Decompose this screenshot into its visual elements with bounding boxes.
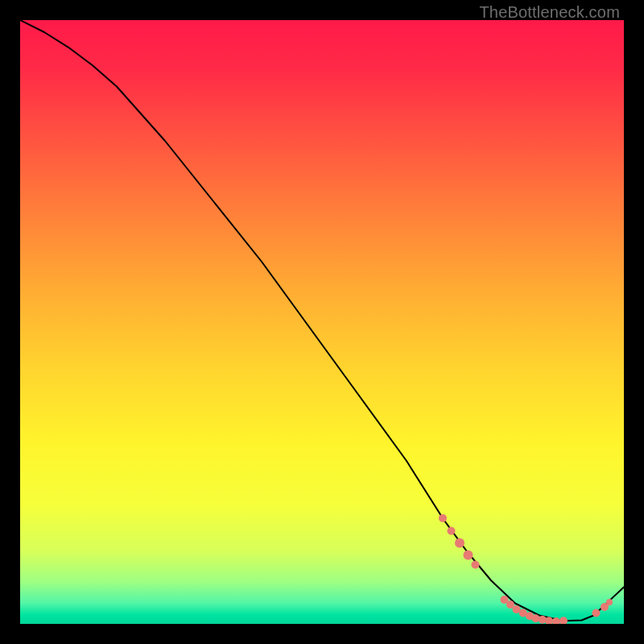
marker-dot: [448, 527, 456, 535]
marker-dot: [439, 514, 447, 522]
chart-stage: TheBottleneck.com: [0, 0, 644, 644]
bottleneck-curve: [20, 20, 624, 621]
marker-dot: [559, 617, 568, 624]
marker-dot: [472, 561, 480, 569]
watermark-text: TheBottleneck.com: [479, 3, 620, 22]
marker-dot: [532, 614, 540, 622]
marker-dot: [592, 609, 601, 617]
curve-markers: [439, 514, 613, 624]
plot-area: [20, 20, 624, 624]
marker-dot: [606, 599, 613, 605]
chart-overlay: [20, 20, 624, 624]
marker-dot: [464, 551, 473, 560]
marker-dot: [455, 539, 464, 548]
